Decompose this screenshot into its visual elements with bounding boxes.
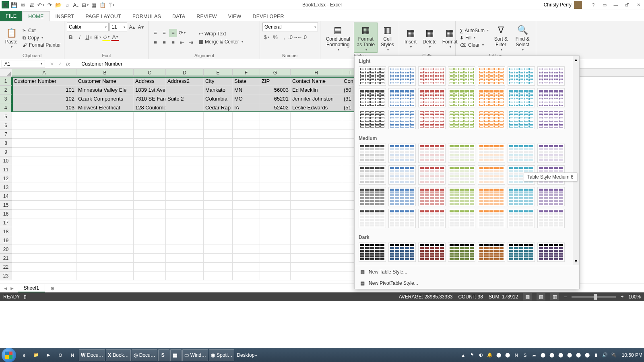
cell[interactable]: [291, 174, 342, 183]
tray-icon[interactable]: ⬤: [495, 352, 502, 358]
cell[interactable]: [260, 236, 291, 245]
find-select-button[interactable]: 🔍Find & Select▾: [512, 23, 533, 52]
col-header[interactable]: E: [204, 69, 233, 76]
cell[interactable]: [291, 165, 342, 174]
cell[interactable]: [134, 227, 166, 236]
cell[interactable]: [76, 210, 134, 218]
cell[interactable]: [204, 263, 233, 272]
col-header[interactable]: F: [233, 69, 260, 76]
cell[interactable]: City: [204, 77, 233, 86]
normal-view-icon[interactable]: ▦: [523, 293, 532, 300]
table-style-swatch[interactable]: [388, 187, 416, 206]
table-style-swatch[interactable]: [359, 66, 386, 86]
cell[interactable]: [204, 112, 233, 121]
cell[interactable]: [166, 272, 204, 280]
cell[interactable]: [12, 272, 76, 280]
excel-icon[interactable]: X: [2, 1, 9, 8]
cell[interactable]: [233, 112, 260, 121]
row-header[interactable]: 7: [0, 130, 12, 139]
cell[interactable]: Ed Macklin: [291, 86, 342, 95]
table-style-swatch[interactable]: [448, 165, 475, 185]
cell[interactable]: [260, 227, 291, 236]
table-style-swatch[interactable]: [418, 66, 446, 86]
cell[interactable]: [134, 192, 166, 201]
cell[interactable]: Customer Name: [76, 77, 134, 86]
cell[interactable]: [204, 139, 233, 148]
cell[interactable]: Suite 2: [166, 95, 204, 103]
new-table-style-button[interactable]: ▦New Table Style...: [355, 266, 579, 278]
cell[interactable]: Midwest Electrical: [76, 103, 134, 112]
table-style-swatch[interactable]: [359, 243, 386, 262]
gallery-scrollbar[interactable]: ▴▾: [573, 56, 579, 265]
cell[interactable]: [12, 254, 76, 263]
cell[interactable]: [291, 112, 342, 121]
font-size-combo[interactable]: 11▾: [109, 23, 127, 31]
cell[interactable]: [260, 148, 291, 156]
row-header[interactable]: 13: [0, 183, 12, 192]
cell[interactable]: [291, 139, 342, 148]
tab-home[interactable]: HOME: [22, 11, 50, 21]
cell[interactable]: [166, 254, 204, 263]
tray-icon[interactable]: ⬤: [584, 352, 590, 358]
sheet-tab[interactable]: Sheet1: [18, 284, 45, 292]
cell[interactable]: [134, 174, 166, 183]
cell[interactable]: [291, 156, 342, 165]
col-header[interactable]: A: [12, 69, 76, 76]
cell[interactable]: [204, 156, 233, 165]
cell[interactable]: [76, 272, 134, 280]
cell[interactable]: [166, 112, 204, 121]
row-header[interactable]: 22: [0, 263, 12, 272]
merge-center-button[interactable]: ▦Merge & Center▾: [197, 39, 245, 45]
taskbar-app[interactable]: WDocu…: [79, 349, 105, 361]
cell[interactable]: [134, 236, 166, 245]
cell[interactable]: 1839 1st Ave. N.: [134, 86, 166, 95]
cell[interactable]: [233, 272, 260, 280]
cell[interactable]: [76, 263, 134, 272]
col-header[interactable]: D: [166, 69, 204, 76]
cell[interactable]: [233, 227, 260, 236]
tray-icon[interactable]: ⚑: [469, 352, 475, 358]
cell[interactable]: [76, 236, 134, 245]
cell[interactable]: [204, 130, 233, 139]
table-style-swatch[interactable]: [388, 243, 416, 262]
wrap-text-button[interactable]: ↩Wrap Text: [197, 31, 245, 37]
table-style-swatch[interactable]: [359, 88, 386, 107]
cell[interactable]: [291, 148, 342, 156]
table-style-swatch[interactable]: [359, 165, 386, 185]
cell[interactable]: [260, 174, 291, 183]
cell[interactable]: Contact Name: [291, 77, 342, 86]
cell[interactable]: [260, 183, 291, 192]
cell[interactable]: IA: [233, 103, 260, 112]
col-header[interactable]: C: [134, 69, 166, 76]
cell[interactable]: [233, 210, 260, 218]
cell[interactable]: [260, 156, 291, 165]
table-style-swatch[interactable]: [448, 66, 475, 86]
cell[interactable]: Address2: [166, 77, 204, 86]
tray-icon[interactable]: ⬤: [549, 352, 555, 358]
row-header[interactable]: 5: [0, 112, 12, 121]
enter-icon[interactable]: ✓: [58, 61, 62, 67]
underline-button[interactable]: U▾: [85, 33, 93, 41]
table-style-swatch[interactable]: [537, 187, 565, 206]
cell[interactable]: [76, 112, 134, 121]
cell[interactable]: [166, 183, 204, 192]
cell[interactable]: [166, 227, 204, 236]
table-style-swatch[interactable]: [388, 209, 416, 228]
cell[interactable]: [291, 245, 342, 254]
undo-icon[interactable]: ↶▾: [37, 1, 44, 8]
row-header[interactable]: 23: [0, 272, 12, 280]
cell[interactable]: [166, 201, 204, 210]
cell[interactable]: [12, 263, 76, 272]
tab-developer[interactable]: DEVELOPER: [247, 12, 290, 21]
sort-asc-icon[interactable]: A↓: [72, 1, 80, 8]
row-header[interactable]: 1: [0, 77, 12, 86]
align-top-icon[interactable]: ≡: [151, 29, 159, 37]
cell[interactable]: [12, 183, 76, 192]
cell[interactable]: [233, 130, 260, 139]
cell[interactable]: [233, 254, 260, 263]
row-header[interactable]: 20: [0, 245, 12, 254]
tab-page-layout[interactable]: PAGE LAYOUT: [80, 12, 127, 21]
table-style-swatch[interactable]: [508, 209, 535, 228]
table-style-swatch[interactable]: [537, 209, 565, 228]
table-style-swatch[interactable]: [478, 243, 505, 262]
